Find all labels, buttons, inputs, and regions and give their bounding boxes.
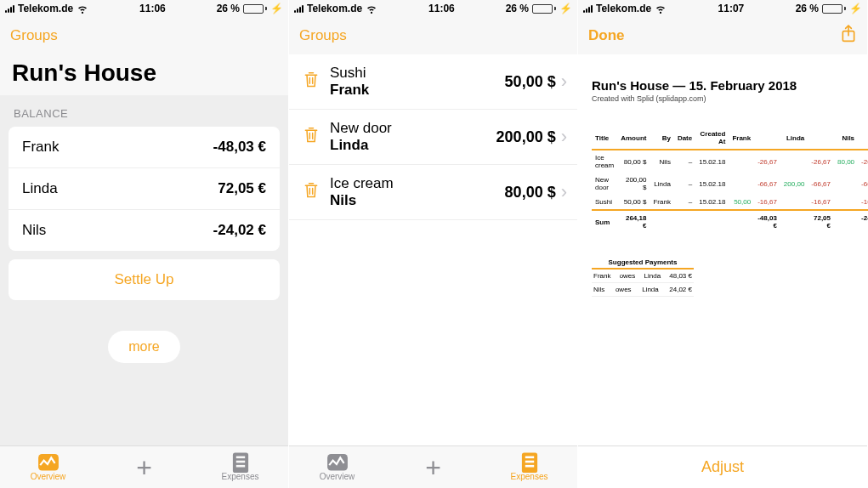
svg-rect-8 [525,460,533,462]
settle-up-button[interactable]: Settle Up [9,259,280,300]
report-subtitle: Created with Splid (splidapp.com) [592,94,854,103]
nav-bar: Done [578,17,867,54]
tab-overview[interactable]: Overview [289,446,385,488]
carrier-label: Telekom.de [307,3,362,14]
suggested-title: Suggested Payments [592,257,694,270]
back-button[interactable]: Groups [10,27,58,44]
clock: 11:06 [428,3,455,14]
balance-amount: 72,05 € [218,180,266,197]
wifi-icon [655,4,667,13]
expense-amount: 80,00 $ [505,184,556,201]
carrier-label: Telekom.de [18,3,73,14]
expenses-icon [230,453,252,472]
tab-bar: Overview + Expenses [0,445,288,488]
status-bar: Telekom.de 11:07 26 % ⚡ [578,0,867,17]
svg-rect-7 [525,456,533,458]
signal-icon [583,4,593,13]
suggested-row: Nils owes Linda 24,02 € [592,283,694,297]
trash-icon[interactable] [296,71,326,93]
tab-overview[interactable]: Overview [0,446,96,488]
balance-row[interactable]: Linda 72,05 € [9,168,280,210]
battery-icon [532,4,556,14]
battery-icon [822,4,846,14]
more-button[interactable]: more [108,331,179,363]
th: By [650,127,673,150]
report-title: Run's House — 15. February 2018 [592,78,854,93]
battery-pct: 26 % [506,3,529,14]
overview-icon [37,453,60,472]
expense-amount: 200,00 $ [496,128,556,146]
table-row: Ice cream 80,00 $ Nils – 15.02.18 -26,67… [592,150,868,173]
chevron-right-icon: › [561,181,567,203]
status-bar: Telekom.de 11:06 26 % ⚡ [0,0,288,17]
balance-amount: -48,03 € [213,139,266,156]
expense-payer: Nils [330,192,505,209]
expense-row[interactable]: New door Linda 200,00 $ › [289,110,577,165]
tab-label: Overview [320,472,355,481]
battery-pct: 26 % [796,3,819,14]
expense-payer: Frank [330,82,505,99]
svg-rect-2 [235,456,244,458]
th: Amount [617,127,650,150]
th: Created At [695,127,729,150]
table-sum-row: Sum 264,18 € -48,03 € 72,05 € -24,02 € [592,210,868,233]
balance-amount: -24,02 € [213,222,266,239]
nav-bar: Groups [289,17,577,54]
charging-icon: ⚡ [849,3,862,14]
tab-label: Expenses [222,472,259,481]
battery-icon [243,4,267,14]
expense-row[interactable]: Sushi Frank 50,00 $ › [289,54,577,110]
balance-name: Nils [22,222,46,239]
svg-rect-3 [235,460,244,462]
signal-icon [5,4,14,13]
th: Nils [834,127,858,150]
tab-label: Overview [31,472,66,481]
table-row: New door 200,00 $ Linda – 15.02.18 -66,6… [592,173,868,195]
tab-add[interactable]: + [385,446,481,488]
trash-icon[interactable] [296,126,326,148]
back-button[interactable]: Groups [299,27,347,44]
trash-icon[interactable] [296,181,326,203]
expense-title: New door [330,120,496,137]
expense-title: Sushi [330,65,505,82]
plus-icon: + [425,458,441,477]
expenses-icon [519,453,541,472]
svg-rect-4 [235,465,244,468]
page-title: Run's House [0,54,288,95]
balance-name: Linda [22,180,58,197]
expense-row[interactable]: Ice cream Nils 80,00 $ › [289,165,577,220]
status-bar: Telekom.de 11:06 26 % ⚡ [289,0,577,17]
chevron-right-icon: › [561,71,567,93]
charging-icon: ⚡ [559,3,572,14]
expense-payer: Linda [330,137,496,154]
balance-header: BALANCE [0,95,288,127]
wifi-icon [366,4,377,13]
plus-icon: + [136,458,152,477]
tab-expenses[interactable]: Expenses [192,446,288,488]
tab-expenses[interactable]: Expenses [481,446,577,488]
expense-amount: 50,00 $ [505,73,556,91]
clock: 11:07 [718,3,745,14]
th: Frank [729,127,754,150]
suggested-row: Frank owes Linda 48,03 € [592,270,694,283]
battery-pct: 26 % [217,3,240,14]
signal-icon [294,4,304,13]
tab-add[interactable]: + [96,446,192,488]
clock: 11:06 [139,3,166,14]
wifi-icon [77,4,88,13]
done-button[interactable]: Done [588,27,625,44]
balance-row[interactable]: Nils -24,02 € [9,210,280,251]
balance-name: Frank [22,139,59,156]
th: Linda [780,127,808,150]
th: Title [592,127,617,150]
share-icon[interactable] [840,24,857,48]
chevron-right-icon: › [561,126,567,148]
charging-icon: ⚡ [270,3,283,14]
adjust-button[interactable]: Adjust [578,445,867,488]
table-row: Sushi 50,00 $ Frank – 15.02.18 50,00-16,… [592,195,868,210]
suggested-payments: Suggested Payments Frank owes Linda 48,0… [592,257,694,297]
tab-bar: Overview + Expenses [289,445,577,488]
carrier-label: Telekom.de [596,3,651,14]
balance-row[interactable]: Frank -48,03 € [9,127,280,168]
overview-icon [326,453,349,472]
